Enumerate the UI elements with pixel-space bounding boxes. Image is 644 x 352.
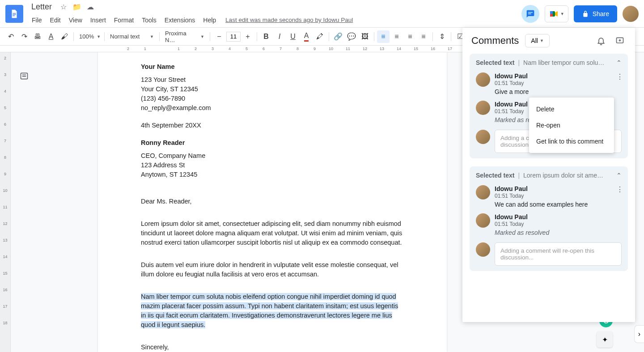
- align-center-button[interactable]: ≡: [390, 30, 403, 43]
- highlight-button[interactable]: 🖍: [314, 30, 326, 43]
- thread-label: Selected text: [476, 172, 514, 179]
- sender-phone: (123) 456-7890: [141, 94, 404, 103]
- menu-help[interactable]: Help: [200, 15, 219, 25]
- comment-avatar: [476, 101, 490, 115]
- self-avatar: [476, 130, 490, 144]
- bold-button[interactable]: B: [260, 30, 272, 43]
- font-select[interactable]: Proxima N…▼: [162, 30, 207, 43]
- comment-author: Idowu Paul: [495, 72, 622, 80]
- text-color-button[interactable]: A: [300, 30, 313, 43]
- comment-thread[interactable]: Selected text | Lorem ipsum dolor sit am…: [470, 166, 628, 271]
- vertical-ruler[interactable]: 23456789101112131415161718: [0, 52, 11, 352]
- share-button[interactable]: Share: [574, 5, 617, 22]
- undo-button[interactable]: ↶: [4, 30, 17, 43]
- align-justify-button[interactable]: ≡: [417, 30, 430, 43]
- comment-entry: Idowu Paul 01:51 Today We can add some e…: [470, 182, 628, 211]
- document-outline-button[interactable]: [15, 67, 33, 85]
- menu-extensions[interactable]: Extensions: [161, 15, 198, 25]
- recipient-address-2: Anytown, ST 12345: [141, 170, 404, 179]
- letter-date: 4th September 20XX: [141, 121, 404, 130]
- menu-file[interactable]: File: [29, 15, 45, 25]
- menu-bar: File Edit View Insert Format Tools Exten…: [29, 14, 521, 26]
- explore-button[interactable]: ✦: [597, 331, 613, 348]
- spellcheck-button[interactable]: A: [45, 30, 57, 43]
- meet-icon: [549, 8, 559, 19]
- menu-format[interactable]: Format: [111, 15, 137, 25]
- sender-address-2: Your City, ST 12345: [141, 85, 404, 94]
- paint-format-button[interactable]: 🖌: [58, 30, 71, 43]
- paragraph-1: Lorem ipsum dolor sit amet, consectetuer…: [141, 219, 404, 247]
- thread-label: Selected text: [476, 59, 514, 66]
- notifications-button[interactable]: [595, 34, 607, 47]
- comment-author: Idowu Paul: [495, 213, 622, 221]
- svg-rect-2: [13, 15, 15, 16]
- header: Letter ☆ 📁 ☁ File Edit View Insert Forma…: [0, 0, 644, 28]
- meet-button[interactable]: ▼: [545, 5, 568, 22]
- underline-button[interactable]: U: [287, 30, 299, 43]
- comment-avatar: [476, 72, 490, 87]
- comment-more-button[interactable]: ⋮: [616, 185, 623, 194]
- last-edit-link[interactable]: Last edit was made seconds ago by Idowu …: [225, 17, 353, 23]
- ctx-reopen[interactable]: Re-open: [529, 117, 614, 133]
- svg-rect-7: [550, 14, 553, 17]
- new-comment-button[interactable]: [614, 34, 626, 47]
- redo-button[interactable]: ↷: [18, 30, 30, 43]
- salutation: Dear Ms. Reader,: [141, 197, 404, 206]
- comment-resolved-text: Marked as resolved: [495, 229, 622, 236]
- reply-input[interactable]: Adding a comment will re-open this discu…: [495, 242, 622, 266]
- fontsize-decrease-button[interactable]: −: [213, 30, 225, 43]
- comment-time: 01:51 Today: [495, 80, 622, 86]
- comment-text: We can add some examples here: [495, 201, 622, 208]
- add-comment-icon: [615, 36, 624, 45]
- share-label: Share: [593, 10, 609, 17]
- thread-excerpt: Lorem ipsum dolor sit ame…: [523, 172, 613, 179]
- fontsize-increase-button[interactable]: +: [242, 30, 254, 43]
- star-icon[interactable]: ☆: [59, 3, 68, 12]
- cloud-status-icon[interactable]: ☁: [86, 3, 95, 12]
- sender-email: no_reply@example.com: [141, 103, 404, 113]
- thread-excerpt: Nam liber tempor cum solu…: [523, 59, 613, 66]
- document-page[interactable]: Your Name 123 Your Street Your City, ST …: [98, 52, 447, 352]
- paragraph-2: Duis autem vel eum iriure dolor in hendr…: [141, 260, 404, 279]
- paragraph-style-select[interactable]: Normal text▼: [107, 30, 157, 43]
- print-button[interactable]: 🖶: [31, 30, 44, 43]
- comment-avatar: [476, 213, 490, 228]
- zoom-select[interactable]: 100%▼: [76, 30, 102, 43]
- align-left-button[interactable]: ≡: [377, 30, 390, 43]
- chevron-down-icon: ▼: [540, 38, 544, 43]
- account-avatar[interactable]: [623, 6, 639, 22]
- collapse-thread-icon[interactable]: ⌃: [616, 172, 622, 179]
- add-comment-button[interactable]: 💬: [345, 30, 358, 43]
- bell-icon: [597, 36, 606, 45]
- comments-title: Comments: [471, 35, 519, 47]
- menu-view[interactable]: View: [66, 15, 85, 25]
- docs-logo[interactable]: [5, 5, 23, 23]
- insert-link-button[interactable]: 🔗: [332, 30, 344, 43]
- document-title[interactable]: Letter: [29, 1, 55, 13]
- comment-time: 01:51 Today: [495, 193, 622, 199]
- fontsize-input[interactable]: [226, 32, 241, 42]
- ctx-get-link[interactable]: Get link to this comment: [529, 133, 614, 149]
- ctx-delete[interactable]: Delete: [529, 101, 614, 117]
- comments-filter[interactable]: All▼: [525, 34, 549, 47]
- highlighted-paragraph: Nam liber tempor cum soluta nobis eleife…: [141, 293, 398, 328]
- align-right-button[interactable]: ≡: [404, 30, 416, 43]
- side-panel-toggle[interactable]: ›: [634, 325, 644, 343]
- chevron-down-icon: ▼: [560, 12, 564, 16]
- comment-time: 01:51 Today: [495, 221, 622, 227]
- recipient-name: Ronny Reader: [141, 139, 185, 146]
- lock-icon: [582, 10, 589, 17]
- svg-rect-4: [528, 13, 531, 14]
- italic-button[interactable]: I: [273, 30, 286, 43]
- comment-more-button[interactable]: ⋮: [616, 72, 623, 81]
- collapse-thread-icon[interactable]: ⌃: [616, 59, 622, 66]
- menu-insert[interactable]: Insert: [87, 15, 109, 25]
- menu-edit[interactable]: Edit: [47, 15, 64, 25]
- move-icon[interactable]: 📁: [72, 3, 81, 12]
- menu-tools[interactable]: Tools: [139, 15, 160, 25]
- svg-rect-1: [13, 14, 16, 14]
- comment-history-button[interactable]: [521, 5, 539, 23]
- insert-image-button[interactable]: 🖼: [359, 30, 371, 43]
- line-spacing-button[interactable]: ⇕: [436, 30, 448, 43]
- self-avatar: [476, 242, 490, 257]
